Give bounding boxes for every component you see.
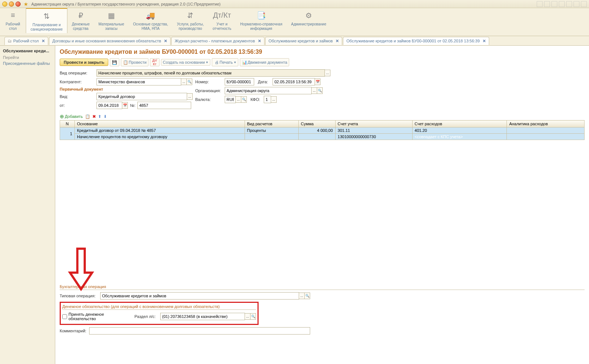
op-type-input[interactable] (97, 69, 325, 77)
kfo-input[interactable] (264, 96, 271, 103)
icon-g[interactable] (581, 1, 587, 7)
currency-search[interactable]: 🔍 (241, 96, 247, 103)
org-lookup[interactable]: ... (311, 87, 317, 94)
kfo-lookup[interactable]: ... (271, 96, 277, 103)
section-tab[interactable]: ≡Рабочий стол (0, 8, 26, 32)
tab-label: Договоры и иные основания возникновения … (52, 39, 161, 43)
post-and-close-button[interactable]: Провести и закрыть (60, 59, 108, 66)
move-up-icon[interactable]: ⬆ (98, 114, 101, 119)
comment-input[interactable] (89, 327, 310, 335)
tab-close-icon[interactable]: ✕ (42, 39, 45, 43)
accept-money-checkbox[interactable]: Принять денежное обязательство (62, 312, 131, 321)
date-cal[interactable]: 📅 (315, 78, 320, 85)
date-label: Дата: (258, 80, 273, 84)
add-row-button[interactable]: Добавить (60, 113, 83, 119)
op-type-lookup[interactable]: ... (325, 70, 330, 76)
icon-d[interactable] (559, 1, 565, 7)
typical-op-input[interactable] (100, 292, 299, 300)
section-icon: ⇵ (187, 11, 193, 20)
section-tab[interactable]: 🚚Основные средства, НМА, НПА (129, 8, 172, 32)
from-date-cal[interactable]: 📅 (122, 102, 128, 109)
section-label: Рабочий стол (6, 22, 20, 31)
document-tab[interactable]: Обслуживание кредитов и займов БУ00-0000… (343, 37, 489, 45)
counterparty-input[interactable] (97, 78, 181, 85)
counterparty-lookup[interactable]: ... (181, 78, 187, 85)
section-label: Денежные средства (72, 22, 90, 31)
num2-label: №: (130, 103, 137, 108)
main-table[interactable]: NОснованиеВид расчетовСуммаСчет учетаСче… (60, 120, 585, 140)
delete-row-icon[interactable]: ✖ (92, 114, 96, 119)
section-tab[interactable]: ▦Материальные запасы (94, 8, 129, 32)
table-header[interactable]: Счет учета (335, 120, 412, 127)
kind-lookup[interactable]: ... (187, 93, 193, 100)
section-ls-search[interactable]: 🔍 (250, 313, 256, 320)
sidebar-subheading: Перейти (0, 55, 55, 60)
icon-c[interactable] (551, 1, 557, 7)
section-tab[interactable]: Дт/КтУчет и отчетность (208, 8, 236, 32)
dkt-button[interactable]: Дт/Кт (150, 58, 159, 66)
tab-close-icon[interactable]: ✕ (164, 39, 167, 43)
section-label: Нормативно-справочная информация (240, 22, 282, 31)
typical-op-label: Типовая операция: (60, 294, 100, 298)
movements-icon: 📊 (242, 59, 248, 65)
icon-e[interactable] (566, 1, 572, 7)
section-tab[interactable]: ₽Денежные средства (67, 8, 94, 32)
create-based-button[interactable]: Создать на основании▼ (161, 59, 210, 66)
num2-input[interactable] (137, 102, 191, 109)
currency-input[interactable] (225, 96, 236, 103)
icon-a[interactable] (537, 1, 543, 7)
typical-op-search[interactable]: 🔍 (304, 293, 310, 299)
document-tab[interactable]: Журнал расчетно - платежных документов✕ (171, 37, 264, 45)
section-tab[interactable]: 📑Нормативно-справочная информация (236, 8, 287, 32)
table-header[interactable]: N (60, 120, 75, 127)
document-tab[interactable]: Договоры и иные основания возникновения … (49, 37, 171, 45)
move-down-icon[interactable]: ⬇ (104, 114, 107, 119)
number-input[interactable] (225, 78, 254, 85)
tab-label: Обслуживание кредитов и займов (269, 39, 333, 43)
op-type-label: Вид операции: (60, 71, 97, 75)
icon-b[interactable] (544, 1, 550, 7)
document-tab[interactable]: 🗂Рабочий стол✕ (4, 37, 48, 45)
table-row[interactable]: 1Кредитный договор от 09.04.2018 № 4857П… (60, 127, 585, 134)
org-input[interactable] (225, 87, 312, 94)
tab-close-icon[interactable]: ✕ (336, 39, 339, 43)
date-input[interactable] (273, 78, 315, 85)
copy-row-icon[interactable]: 📋 (85, 114, 90, 119)
star-icon[interactable]: ★ (24, 1, 28, 7)
icon-f[interactable] (574, 1, 579, 7)
table-header[interactable]: Сумма (298, 120, 335, 127)
section-icon: 🚚 (146, 11, 155, 20)
comment-label: Комментарий: (60, 329, 89, 333)
kind-input[interactable] (97, 93, 187, 100)
counterparty-search[interactable]: 🔍 (186, 78, 192, 85)
tab-close-icon[interactable]: ✕ (483, 39, 486, 43)
sidebar-link-files[interactable]: Присоединенные файлы (0, 60, 55, 66)
table-header[interactable]: Счет расходов (412, 120, 507, 127)
kfo-label: КФО: (250, 97, 264, 102)
section-ls-lookup[interactable]: ... (245, 313, 250, 320)
section-icon: ⚙ (305, 11, 312, 20)
section-tab[interactable]: ⇵Услуги, работы, производство (172, 8, 208, 32)
currency-lookup[interactable]: ... (235, 96, 241, 103)
table-row[interactable]: Начисление процентов по кредитному догов… (60, 134, 585, 140)
table-header[interactable]: Аналитика расходов (507, 120, 585, 127)
section-tab[interactable]: ⇅Планирование и санкционирование (26, 8, 67, 33)
section-icon: ⇅ (43, 12, 50, 21)
from-date-input[interactable] (97, 102, 122, 109)
post-button[interactable]: 📋Провести (121, 58, 148, 66)
tab-close-icon[interactable]: ✕ (258, 39, 261, 43)
close-button[interactable] (15, 1, 21, 7)
table-header[interactable]: Вид расчетов (245, 120, 298, 127)
accept-money-input[interactable] (62, 314, 67, 319)
save-button[interactable]: 💾 (110, 58, 119, 66)
document-tab[interactable]: Обслуживание кредитов и займов✕ (265, 37, 342, 45)
maximize-button[interactable] (9, 1, 14, 7)
table-header[interactable]: Основание (75, 120, 245, 127)
minimize-button[interactable] (2, 1, 7, 7)
movements-button[interactable]: 📊Движения документа (240, 58, 289, 66)
section-ls-input[interactable] (160, 313, 245, 320)
typical-op-lookup[interactable]: ... (299, 293, 305, 299)
org-search[interactable]: 🔍 (317, 87, 323, 94)
print-button[interactable]: 🖨Печать▼ (212, 58, 238, 66)
section-tab[interactable]: ⚙Администрирование (287, 8, 330, 28)
